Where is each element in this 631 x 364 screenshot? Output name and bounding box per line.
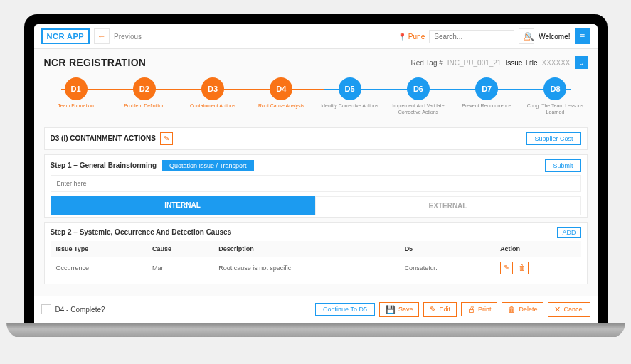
- alert-button[interactable]: △: [519, 28, 534, 44]
- step-d8[interactable]: D8Cong. The Team Lessons Learned: [523, 77, 587, 116]
- location-label: Pune: [408, 33, 425, 41]
- tab-internal[interactable]: INTERNAL: [51, 196, 315, 215]
- complete-checkbox[interactable]: [41, 304, 51, 314]
- edit-button[interactable]: ✎Edit: [423, 302, 457, 317]
- cell-issue-type: Occurrence: [51, 257, 147, 279]
- step-tracker: D1Team Formation D2Problem Definition D3…: [44, 77, 588, 116]
- step1-panel: Step 1 – General Brainstorming Quotation…: [44, 154, 588, 218]
- causes-table: Issue Type Cause Description D5 Action O…: [51, 241, 581, 279]
- complete-label: D4 - Complete?: [55, 306, 105, 314]
- print-button[interactable]: 🖨Print: [461, 302, 498, 316]
- back-button[interactable]: ←: [94, 28, 110, 44]
- step-d4[interactable]: D4Root Cause Analysis: [249, 77, 313, 109]
- col-d5: D5: [399, 241, 494, 257]
- step-d3[interactable]: D3Containment Actions: [181, 77, 245, 109]
- cell-description: Root cause is not specific.: [213, 257, 398, 279]
- footer-bar: D4 - Complete? Continue To D5 💾Save ✎Edi…: [34, 296, 598, 323]
- tabs: INTERNAL EXTERNAL: [51, 196, 581, 215]
- issue-title-value: XXXXXX: [541, 59, 570, 67]
- step-d1[interactable]: D1Team Formation: [44, 77, 108, 109]
- menu-button[interactable]: ≡: [575, 28, 590, 44]
- section-heading: D3 (I) CONTAINMENT ACTIONS: [51, 134, 156, 142]
- welcome-label: Welcome!: [539, 33, 570, 41]
- submit-button[interactable]: Submit: [545, 159, 580, 172]
- table-row: Occurrence Man Root cause is not specifi…: [51, 257, 581, 279]
- red-tag-label: Red Tag #: [410, 59, 442, 67]
- topbar: NCR APP ← Previous 📍 Pune 🔍 △ Welcome! ≡: [34, 24, 598, 49]
- cancel-button[interactable]: ✕Cancel: [548, 302, 590, 317]
- step-d5[interactable]: D5Identify Corrective Actions: [318, 77, 382, 109]
- section-edit-button[interactable]: ✎: [160, 132, 173, 145]
- step-d7[interactable]: D7Prevent Reoccurrence: [455, 77, 519, 109]
- red-tag-value: INC_PU_001_21: [447, 59, 502, 67]
- pencil-icon: ✎: [164, 134, 169, 142]
- quotation-issue-button[interactable]: Quotation Issue / Transport: [162, 160, 254, 171]
- print-icon: 🖨: [467, 305, 475, 314]
- search-input[interactable]: [434, 33, 524, 41]
- trash-icon: 🗑: [508, 305, 516, 314]
- section-containment-header: D3 (I) CONTAINMENT ACTIONS ✎ Supplier Co…: [44, 127, 588, 150]
- step2-panel: Step 2 – Systemic, Occurrence And Detect…: [44, 222, 588, 284]
- chevron-down-icon: ⌄: [578, 59, 584, 67]
- step-d2[interactable]: D2Problem Definition: [112, 77, 176, 109]
- supplier-cost-button[interactable]: Supplier Cost: [526, 132, 580, 145]
- bell-icon: △: [524, 31, 530, 41]
- page-title: NCR REGISTRATION: [44, 57, 147, 68]
- issue-dropdown[interactable]: ⌄: [575, 56, 588, 69]
- previous-label: Previous: [114, 33, 142, 41]
- app-logo: NCR APP: [41, 28, 90, 44]
- arrow-left-icon: ←: [97, 31, 106, 41]
- step2-label: Step 2 – Systemic, Occurrence And Detect…: [51, 228, 232, 236]
- cell-d5: Consetetur.: [399, 257, 494, 279]
- col-action: Action: [494, 241, 580, 257]
- close-icon: ✕: [554, 305, 561, 314]
- tab-external[interactable]: EXTERNAL: [315, 196, 581, 215]
- col-issue-type: Issue Type: [51, 241, 147, 257]
- pin-icon: 📍: [398, 33, 406, 41]
- delete-button[interactable]: 🗑Delete: [502, 302, 543, 316]
- row-delete-button[interactable]: 🗑: [516, 262, 529, 274]
- step1-label: Step 1 – General Brainstorming: [51, 161, 157, 169]
- app-window: NCR APP ← Previous 📍 Pune 🔍 △ Welcome! ≡…: [34, 24, 598, 323]
- trash-icon: 🗑: [519, 264, 526, 272]
- brainstorm-input[interactable]: [51, 175, 581, 192]
- col-description: Description: [213, 241, 398, 257]
- step-d6[interactable]: D6Implement And Validate Corrective Acti…: [386, 77, 450, 116]
- save-icon: 💾: [386, 305, 396, 314]
- pencil-icon: ✎: [504, 264, 509, 272]
- title-bar: NCR REGISTRATION Red Tag # INC_PU_001_21…: [44, 56, 588, 69]
- issue-title-label: Issue Title: [505, 59, 537, 67]
- search-box[interactable]: 🔍: [429, 30, 514, 43]
- row-edit-button[interactable]: ✎: [500, 262, 513, 274]
- pencil-icon: ✎: [430, 305, 436, 314]
- cell-cause: Man: [147, 257, 213, 279]
- location-selector[interactable]: 📍 Pune: [398, 33, 425, 41]
- hamburger-icon: ≡: [580, 31, 585, 41]
- continue-button[interactable]: Continue To D5: [315, 303, 375, 316]
- save-button[interactable]: 💾Save: [379, 302, 420, 317]
- add-button[interactable]: ADD: [557, 227, 580, 238]
- col-cause: Cause: [147, 241, 213, 257]
